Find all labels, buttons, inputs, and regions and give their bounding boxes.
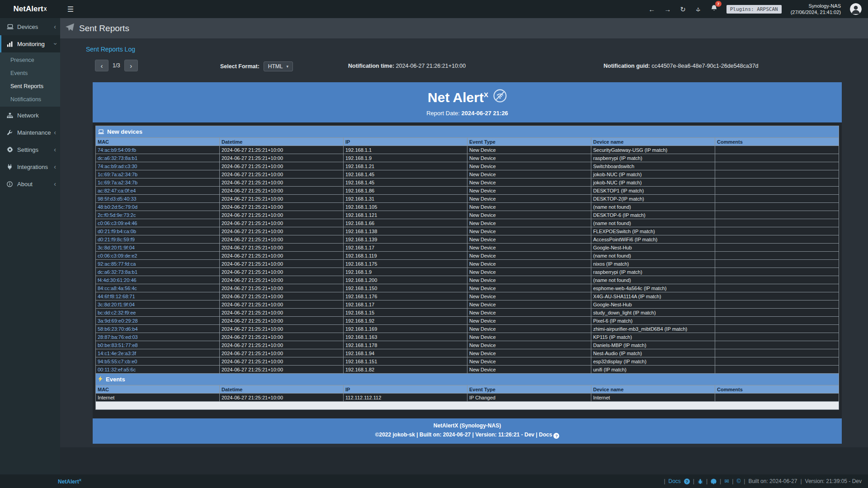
question-circle-icon[interactable]: ? <box>684 479 690 484</box>
mac-address-link[interactable]: d0:21:f9:8c:59:f9 <box>98 237 135 242</box>
event-type-cell: New Device <box>467 154 591 162</box>
bug-report-icon[interactable] <box>698 479 703 484</box>
mac-cell[interactable]: c0:06:c3:09:e4:46 <box>96 219 220 227</box>
format-control: Select Format: HTML ▾ <box>220 61 293 71</box>
prev-page-button[interactable]: ‹ <box>95 60 108 71</box>
format-select[interactable]: HTML ▾ <box>264 61 293 71</box>
mac-address-link[interactable]: 74:ac:b9:54:09:fb <box>98 147 136 153</box>
refresh-icon[interactable]: ↻ <box>680 6 686 13</box>
mac-address-link[interactable]: 44:6f:f8:12:68:71 <box>98 294 135 299</box>
sidebar-item-monitoring[interactable]: Monitoring ‹ <box>0 35 60 52</box>
mac-cell[interactable]: bc:dd:c2:32:f9:ee <box>96 309 220 317</box>
copyright-icon[interactable]: © <box>736 478 741 484</box>
sidebar-item-about[interactable]: About ‹ <box>0 175 60 192</box>
mac-address-link[interactable]: 3a:9d:69:e0:29:28 <box>98 318 138 324</box>
sidebar-item-integrations[interactable]: Integrations ‹ <box>0 158 60 175</box>
email-icon[interactable]: ✉ <box>724 478 729 484</box>
forward-icon[interactable]: → <box>664 6 671 13</box>
mac-cell[interactable]: b0:be:83:51:77:e8 <box>96 341 220 349</box>
mac-cell[interactable]: 94:b5:55:c7:cb:e0 <box>96 357 220 366</box>
user-avatar[interactable] <box>850 3 862 15</box>
mac-address-link[interactable]: 48:b0:2d:5c:79:0d <box>98 204 137 210</box>
event-type-cell: New Device <box>467 317 591 325</box>
separator: | <box>744 478 745 484</box>
mac-cell[interactable]: 3c:8d:20:f1:9f:04 <box>96 244 220 252</box>
mac-cell[interactable]: 58:b6:23:70:d6:b4 <box>96 325 220 333</box>
move-icon[interactable]: ↔↕ <box>695 5 702 13</box>
plugins-badge[interactable]: Plugins: ARPSCAN <box>726 5 782 14</box>
sidebar-toggle-button[interactable]: ☰ <box>60 0 81 18</box>
mac-cell[interactable]: d0:21:f9:8c:59:f9 <box>96 235 220 244</box>
sidebar-item-devices[interactable]: Devices ‹ <box>0 18 60 35</box>
mac-address-link[interactable]: 58:b6:23:70:d6:b4 <box>98 326 138 332</box>
mac-cell[interactable]: 48:b0:2d:5c:79:0d <box>96 203 220 211</box>
mac-cell[interactable]: dc:a6:32:73:8a:b1 <box>96 154 220 162</box>
mac-cell[interactable]: c0:06:c3:09:de:e2 <box>96 252 220 260</box>
ip-cell: 192.168.1.119 <box>344 252 467 260</box>
back-icon[interactable]: ← <box>648 6 655 13</box>
mac-cell[interactable]: 3a:9d:69:e0:29:28 <box>96 317 220 325</box>
docs-link[interactable]: Docs <box>669 478 681 484</box>
mac-address-link[interactable]: 28:87:ba:76:ed:03 <box>98 334 138 340</box>
mac-address-link[interactable]: c0:06:c3:09:e4:46 <box>98 221 137 226</box>
github-icon[interactable] <box>711 479 717 484</box>
mac-address-link[interactable]: 74:ac:b9:ad:c3:30 <box>98 164 137 169</box>
mac-cell[interactable]: 28:87:ba:76:ed:03 <box>96 333 220 341</box>
mac-address-link[interactable]: 84:cc:a8:4a:56:4c <box>98 286 137 291</box>
mac-cell[interactable]: 00:11:32:ef:a5:6c <box>96 366 220 374</box>
ip-cell: 192.168.1.169 <box>344 325 467 333</box>
mac-cell[interactable]: ac:82:47:ca:0f:e4 <box>96 187 220 195</box>
mac-cell[interactable]: 14:c1:4e:2e:a3:3f <box>96 349 220 357</box>
report-table-row: 3c:8d:20:f1:9f:042024-06-27 21:25:21+10:… <box>96 300 839 309</box>
mac-address-link[interactable]: 1c:69:7a:a2:34:7b <box>98 180 137 185</box>
mac-cell[interactable]: 74:ac:b9:54:09:fb <box>96 146 220 154</box>
mac-address-link[interactable]: 3c:8d:20:f1:9f:04 <box>98 245 135 250</box>
mac-address-link[interactable]: 92:ac:85:77:fd:ca <box>98 261 136 267</box>
mac-address-link[interactable]: b0:be:83:51:77:e8 <box>98 343 138 348</box>
mac-cell[interactable]: 2c:f0:5d:9e:73:2c <box>96 211 220 219</box>
sidebar-item-sent-reports[interactable]: Sent Reports <box>0 80 60 93</box>
mac-cell[interactable]: 44:6f:f8:12:68:71 <box>96 292 220 300</box>
mac-address-link[interactable]: 3c:8d:20:f1:9f:04 <box>98 302 135 307</box>
mac-address-link[interactable]: d0:21:f9:b4:ca:0b <box>98 229 136 234</box>
notifications-bell[interactable]: 7 <box>711 5 717 14</box>
column-header: MAC <box>96 385 220 394</box>
mac-address-link[interactable]: dc:a6:32:73:8a:b1 <box>98 155 137 161</box>
sidebar-item-label: Maintenance <box>17 129 54 136</box>
mac-address-link[interactable]: 1c:69:7a:a2:34:7b <box>98 172 137 177</box>
sidebar-item-network[interactable]: Network <box>0 107 60 124</box>
mac-cell[interactable]: 98:5f:d3:d5:40:33 <box>96 195 220 203</box>
mac-address-link[interactable]: ac:82:47:ca:0f:e4 <box>98 188 136 193</box>
mac-address-link[interactable]: 94:b5:55:c7:cb:e0 <box>98 359 137 364</box>
mac-address-link[interactable]: f4:4d:30:61:20:46 <box>98 277 137 283</box>
mac-cell[interactable]: dc:a6:32:73:8a:b1 <box>96 268 220 276</box>
mac-cell[interactable]: 84:cc:a8:4a:56:4c <box>96 284 220 292</box>
mac-cell[interactable]: f4:4d:30:61:20:46 <box>96 276 220 284</box>
mac-cell[interactable]: 1c:69:7a:a2:34:7b <box>96 170 220 178</box>
sent-reports-log-link[interactable]: Sent Reports Log <box>86 46 135 53</box>
mac-cell[interactable]: 74:ac:b9:ad:c3:30 <box>96 162 220 170</box>
brand-logo[interactable]: NetAlertX <box>0 0 60 18</box>
sidebar-item-settings[interactable]: Settings ‹ <box>0 141 60 158</box>
sidebar-item-maintenance[interactable]: Maintenance ‹ <box>0 124 60 141</box>
mac-cell[interactable]: 1c:69:7a:a2:34:7b <box>96 178 220 187</box>
mac-address-link[interactable]: c0:06:c3:09:de:e2 <box>98 253 137 258</box>
report-date-value: 2024-06-27 21:26 <box>461 110 508 117</box>
mac-address-link[interactable]: 2c:f0:5d:9e:73:2c <box>98 212 136 218</box>
mac-cell[interactable]: d0:21:f9:b4:ca:0b <box>96 227 220 235</box>
mac-address-link[interactable]: dc:a6:32:73:8a:b1 <box>98 269 137 275</box>
sidebar-item-label: Integrations <box>17 164 54 170</box>
mac-address-link[interactable]: 14:c1:4e:2e:a3:3f <box>98 351 136 356</box>
ip-cell: 192.168.1.150 <box>344 284 467 292</box>
sidebar-item-presence[interactable]: Presence <box>0 53 60 66</box>
next-page-button[interactable]: › <box>124 60 138 71</box>
mac-address-link[interactable]: 98:5f:d3:d5:40:33 <box>98 196 137 202</box>
mac-cell[interactable]: 3c:8d:20:f1:9f:04 <box>96 300 220 309</box>
mac-address-link[interactable]: 00:11:32:ef:a5:6c <box>98 367 136 372</box>
sidebar-item-notifications[interactable]: Notifications <box>0 93 60 106</box>
event-type-cell: New Device <box>467 227 591 235</box>
mac-address-link[interactable]: bc:dd:c2:32:f9:ee <box>98 310 136 315</box>
mac-cell[interactable]: 92:ac:85:77:fd:ca <box>96 260 220 268</box>
sidebar-item-events[interactable]: Events <box>0 66 60 80</box>
footer-brand-link[interactable]: NetAlertX <box>58 478 81 485</box>
